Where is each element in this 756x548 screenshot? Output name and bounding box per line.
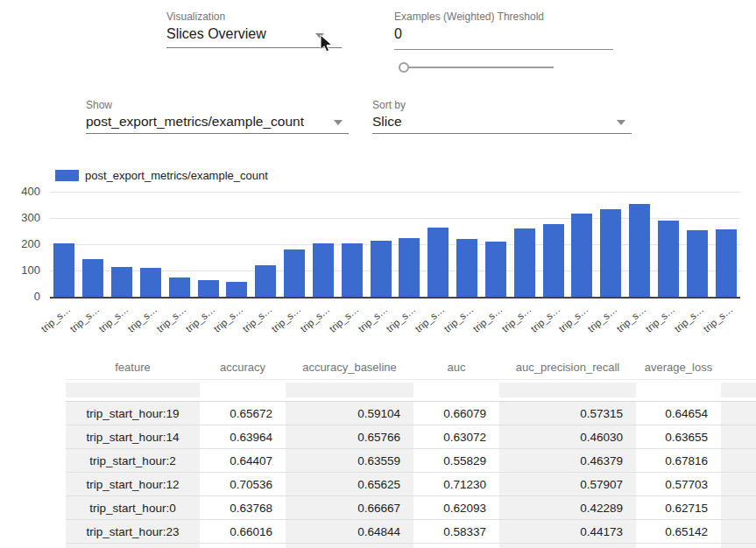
cell-average_loss: 0.65142 [636,520,721,544]
filter-box[interactable] [286,383,413,397]
bar[interactable] [169,278,190,297]
visualization-select[interactable]: Slices Overview [166,26,342,42]
cell-accuracy_baseline: 0.66667 [286,496,413,520]
cell-accuracy_baseline: 0.64844 [286,520,413,544]
bar[interactable] [198,280,219,297]
column-header-auc_precision_recall[interactable]: auc_precision_recall [499,352,636,380]
cell-feature: trip_start_hour:0 [66,496,200,520]
cell-auc: 0.55829 [413,449,499,473]
bar[interactable] [284,249,305,297]
bar[interactable] [571,214,592,297]
column-filter-input[interactable] [636,380,721,402]
cell-overflow [721,449,756,473]
table-row[interactable]: trip_start_hour:120.705360.656250.712300… [66,473,756,496]
cell-feature: trip_start_hour:12 [66,473,200,496]
show-value: post_export_metrics/example_count [86,114,304,129]
bar[interactable] [687,230,708,297]
bar[interactable] [485,242,506,297]
filter-box[interactable] [499,383,636,397]
chevron-down-icon[interactable] [617,120,625,125]
threshold-underline [394,49,613,50]
filter-box[interactable] [413,383,499,397]
bar[interactable] [53,243,74,298]
cell-accuracy_baseline: 0.65625 [286,473,413,496]
threshold-slider[interactable] [404,67,554,68]
table-header-row: featureaccuracyaccuracy_baselineaucauc_p… [66,352,756,380]
cell-auc_precision_recall: 0.57907 [499,473,636,496]
cell-average_loss: 0.62715 [636,496,721,520]
bar[interactable] [600,209,621,297]
sort-by-underline [372,133,632,134]
table-row[interactable]: trip_start_hour:230.660160.648440.583370… [66,520,756,544]
slider-handle-icon[interactable] [399,62,409,73]
cell-auc_precision_recall: 0.42289 [499,496,636,520]
column-header-average_loss[interactable]: average_loss [636,352,721,380]
column-filter-input[interactable] [200,380,286,402]
column-header-accuracy_baseline[interactable]: accuracy_baseline [286,352,413,380]
cell-overflow [721,425,756,449]
bar[interactable] [399,238,420,297]
cell-partial [200,544,286,548]
y-axis-tick-label: 300 [5,211,40,224]
bar[interactable] [456,239,477,297]
cell-feature: trip_start_hour:19 [66,402,200,425]
column-filter-input[interactable] [499,380,636,402]
slices-bar-chart: post_export_metrics/example_count 010020… [0,162,756,346]
cell-average_loss: 0.57703 [636,473,721,496]
cell-partial [721,544,756,548]
bar[interactable] [313,243,334,298]
cell-average_loss: 0.63655 [636,425,721,449]
filter-box[interactable] [636,383,721,397]
filter-box[interactable] [66,383,200,397]
show-select[interactable]: post_export_metrics/example_count [86,114,349,130]
bar[interactable] [226,282,247,297]
bar[interactable] [111,267,132,297]
filter-box[interactable] [200,383,286,397]
cell-average_loss: 0.67816 [636,449,721,473]
filter-box[interactable] [721,383,756,397]
metrics-table: featureaccuracyaccuracy_baselineaucauc_p… [66,352,756,548]
bar[interactable] [658,221,679,297]
gridline [50,192,740,193]
table-filter-row [66,380,756,402]
chevron-down-icon[interactable] [334,120,343,125]
cell-overflow [721,520,756,544]
bar[interactable] [140,268,161,297]
cell-accuracy: 0.66016 [200,520,286,544]
cell-partial [66,544,200,548]
bar[interactable] [629,204,650,297]
column-filter-input[interactable] [413,380,499,402]
cell-partial [636,544,721,548]
cell-accuracy: 0.63964 [200,425,286,449]
column-header-feature[interactable]: feature [66,352,200,380]
column-header-auc[interactable]: auc [413,352,499,380]
table-row[interactable]: trip_start_hour:190.656720.591040.660790… [66,402,756,425]
bar[interactable] [514,228,535,297]
bar[interactable] [82,259,103,297]
sort-by-select[interactable]: Slice [372,114,632,130]
table-row[interactable]: trip_start_hour:140.639640.657660.630720… [66,425,756,449]
table-row[interactable]: trip_start_hour:20.644070.635590.558290.… [66,449,756,473]
threshold-input[interactable]: 0 [394,26,613,42]
cell-auc: 0.63072 [413,425,499,449]
cell-overflow [721,496,756,520]
bar[interactable] [371,241,392,297]
column-filter-input[interactable] [721,380,756,402]
y-axis-tick-label: 400 [5,185,40,198]
bar[interactable] [716,229,737,297]
column-filter-input[interactable] [66,380,200,402]
visualization-label: Visualization [166,8,225,24]
bar[interactable] [543,224,564,297]
show-label: Show [86,96,112,112]
bar[interactable] [427,228,449,297]
bar[interactable] [342,243,363,297]
chevron-down-icon[interactable] [315,33,324,39]
cell-auc_precision_recall: 0.44173 [499,520,636,544]
cell-overflow [721,402,756,425]
table-row[interactable]: trip_start_hour:00.637680.666670.620930.… [66,496,756,520]
bar[interactable] [255,265,276,297]
column-filter-input[interactable] [286,380,413,402]
cell-feature: trip_start_hour:2 [66,449,200,473]
sort-by-label: Sort by [372,96,406,112]
column-header-accuracy[interactable]: accuracy [200,352,286,380]
